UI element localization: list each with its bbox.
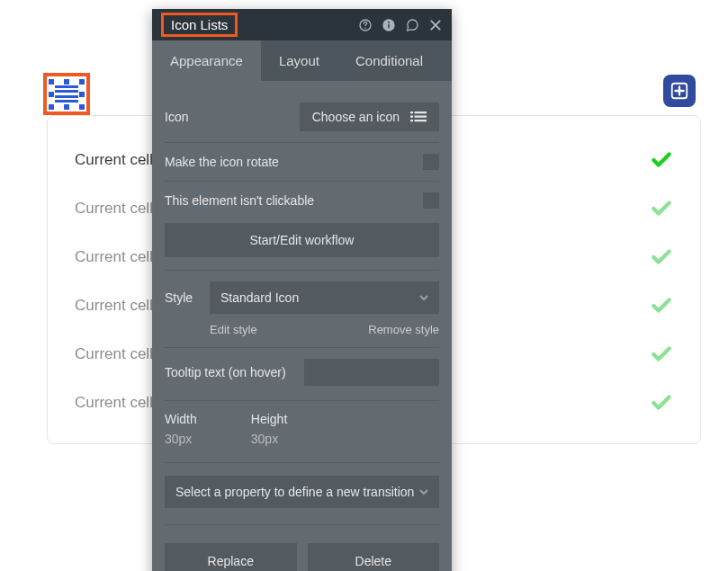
svg-point-2 [364, 27, 366, 29]
rotate-checkbox[interactable] [423, 154, 439, 170]
height-value: 30px [251, 432, 287, 446]
svg-rect-10 [410, 120, 413, 121]
delete-button[interactable]: Delete [308, 543, 440, 571]
choose-icon-button[interactable]: Choose an icon [300, 103, 439, 131]
height-label: Height [251, 412, 287, 426]
tab-layout[interactable]: Layout [261, 40, 337, 81]
rotate-label: Make the icon rotate [165, 155, 279, 169]
svg-rect-7 [415, 112, 427, 113]
panel-header[interactable]: Icon Lists [152, 9, 452, 40]
panel-title: Icon Lists [161, 13, 238, 37]
svg-rect-9 [415, 116, 427, 118]
check-icon [650, 391, 673, 415]
check-icon [650, 197, 673, 220]
svg-rect-11 [415, 120, 427, 121]
svg-rect-8 [410, 116, 413, 118]
clickable-label: This element isn't clickable [165, 193, 314, 208]
transition-select[interactable]: Select a property to define a new transi… [165, 476, 439, 508]
svg-rect-6 [410, 112, 413, 113]
width-value: 30px [165, 432, 197, 446]
style-value: Standard Icon [220, 290, 299, 305]
style-label: Style [165, 290, 204, 305]
width-label: Width [165, 412, 197, 426]
edit-style-link[interactable]: Edit style [210, 323, 257, 336]
svg-rect-4 [388, 23, 389, 28]
check-icon [650, 294, 673, 317]
info-icon[interactable] [382, 18, 396, 32]
add-element-button[interactable] [663, 75, 696, 107]
chevron-down-icon [419, 290, 428, 305]
close-icon[interactable] [428, 18, 443, 32]
check-icon [650, 343, 673, 366]
tooltip-label: Tooltip text (on hover) [165, 365, 286, 379]
chevron-down-icon [419, 485, 428, 499]
selected-icon-handle[interactable] [43, 73, 90, 115]
plus-icon [670, 81, 689, 101]
style-select[interactable]: Standard Icon [210, 281, 439, 314]
remove-style-link[interactable]: Remove style [368, 323, 439, 336]
replace-button[interactable]: Replace [165, 543, 297, 571]
check-icon [650, 148, 673, 172]
choose-icon-label: Choose an icon [312, 110, 400, 124]
clickable-checkbox[interactable] [423, 192, 439, 209]
tooltip-input[interactable] [304, 359, 439, 386]
transition-placeholder: Select a property to define a new transi… [175, 485, 414, 499]
check-icon [650, 245, 673, 269]
tab-conditional[interactable]: Conditional [337, 40, 441, 81]
property-panel: Icon Lists Appearance Layout Conditional… [152, 9, 452, 571]
panel-body: Icon Choose an icon Make the icon rotate… [152, 81, 452, 571]
icon-label: Icon [165, 110, 188, 124]
workflow-button[interactable]: Start/Edit workflow [165, 223, 439, 257]
panel-tabs: Appearance Layout Conditional [152, 40, 452, 81]
tab-appearance[interactable]: Appearance [152, 40, 261, 81]
help-icon[interactable] [358, 18, 373, 32]
list-icon [410, 111, 427, 123]
svg-point-5 [388, 21, 390, 22]
comment-icon[interactable] [405, 18, 419, 32]
